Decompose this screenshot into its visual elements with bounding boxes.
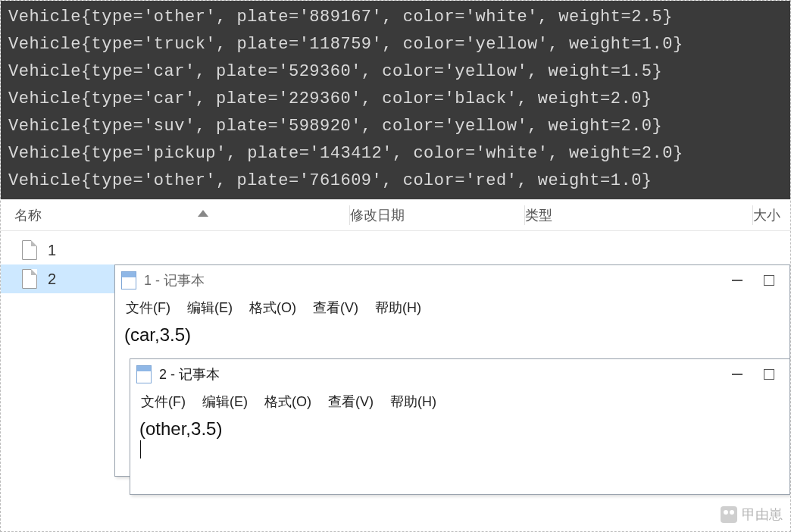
text-content: (car,3.5) <box>124 324 191 345</box>
console-output: Vehicle{type='other', plate='889167', co… <box>1 1 790 199</box>
file-name: 1 <box>48 242 56 259</box>
minimize-icon[interactable] <box>732 280 743 281</box>
column-headers: 名称 修改日期 类型 大小 <box>1 199 790 231</box>
window-title: 2 - 记事本 <box>159 365 732 383</box>
text-area[interactable]: (other,3.5) <box>130 417 789 462</box>
menu-help[interactable]: 帮助(H) <box>390 393 436 411</box>
minimize-icon[interactable] <box>732 374 743 375</box>
titlebar[interactable]: 2 - 记事本 <box>130 359 789 390</box>
column-size[interactable]: 大小 <box>753 206 790 224</box>
column-modified[interactable]: 修改日期 <box>350 206 524 224</box>
menu-view[interactable]: 查看(V) <box>313 299 358 317</box>
text-area[interactable]: (car,3.5) <box>115 323 789 347</box>
sort-ascending-icon <box>198 210 208 217</box>
console-line: Vehicle{type='car', plate='229360', colo… <box>8 86 783 113</box>
file-row[interactable]: 1 <box>1 236 790 264</box>
notepad-window-2[interactable]: 2 - 记事本 文件(F) 编辑(E) 格式(O) 查看(V) 帮助(H) (o… <box>130 358 790 495</box>
maximize-icon[interactable] <box>764 275 774 286</box>
window-title: 1 - 记事本 <box>144 271 732 289</box>
menu-bar: 文件(F) 编辑(E) 格式(O) 查看(V) 帮助(H) <box>130 390 789 417</box>
menu-help[interactable]: 帮助(H) <box>375 299 421 317</box>
maximize-icon[interactable] <box>764 369 774 380</box>
console-line: Vehicle{type='other', plate='761609', co… <box>8 167 783 195</box>
menu-bar: 文件(F) 编辑(E) 格式(O) 查看(V) 帮助(H) <box>115 296 789 323</box>
console-line: Vehicle{type='pickup', plate='143412', c… <box>8 140 783 167</box>
text-caret <box>140 440 141 458</box>
file-explorer: 名称 修改日期 类型 大小 1 2 1 - 记事本 文件(F) 编辑 <box>1 199 790 518</box>
notepad-icon <box>136 365 152 383</box>
column-name[interactable]: 名称 <box>1 206 349 224</box>
file-icon <box>22 269 37 289</box>
file-name: 2 <box>48 271 56 288</box>
menu-edit[interactable]: 编辑(E) <box>187 299 233 317</box>
titlebar[interactable]: 1 - 记事本 <box>115 265 789 296</box>
console-line: Vehicle{type='other', plate='889167', co… <box>8 4 783 31</box>
console-line: Vehicle{type='suv', plate='598920', colo… <box>8 113 783 140</box>
menu-file[interactable]: 文件(F) <box>141 393 186 411</box>
menu-edit[interactable]: 编辑(E) <box>202 393 248 411</box>
file-icon <box>22 240 37 260</box>
console-line: Vehicle{type='car', plate='529360', colo… <box>8 58 783 86</box>
notepad-icon <box>121 271 136 289</box>
menu-format[interactable]: 格式(O) <box>249 299 296 317</box>
column-type[interactable]: 类型 <box>525 206 752 224</box>
menu-view[interactable]: 查看(V) <box>328 393 374 411</box>
text-content: (other,3.5) <box>139 418 222 439</box>
menu-file[interactable]: 文件(F) <box>126 299 170 317</box>
console-line: Vehicle{type='truck', plate='118759', co… <box>8 31 783 58</box>
menu-format[interactable]: 格式(O) <box>264 393 311 411</box>
